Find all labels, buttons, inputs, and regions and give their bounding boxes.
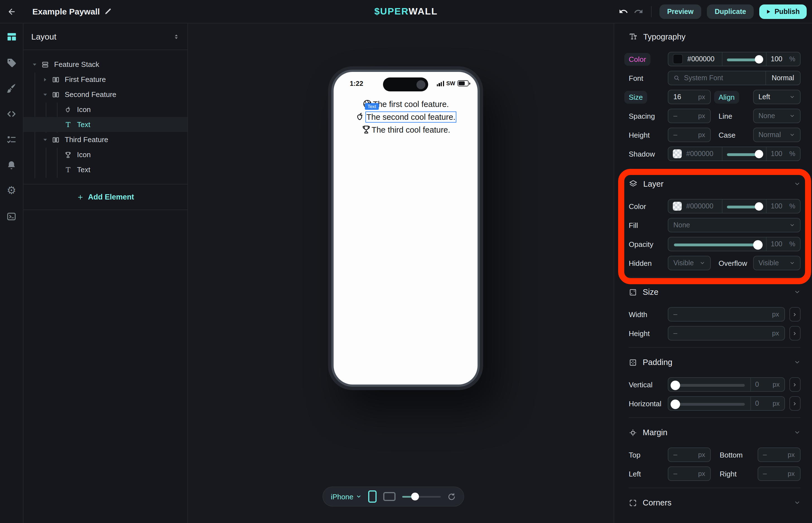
caret-down-icon[interactable] [42, 137, 48, 142]
shadow-swatch[interactable] [673, 149, 682, 158]
tree-row-feature-stack[interactable]: Feature Stack [23, 57, 187, 72]
margin-right-input[interactable]: –px [757, 466, 800, 481]
tree-row-first-feature[interactable]: First Feature [23, 72, 187, 87]
shadow-color-field[interactable]: #000000 [668, 147, 722, 161]
landscape-orientation-button[interactable] [383, 492, 396, 501]
line-height-input[interactable]: –px [668, 128, 711, 142]
settings-gear-icon[interactable]: ⚙ [6, 185, 17, 196]
font-search-input[interactable]: System Font [668, 71, 765, 85]
height-expand-button[interactable] [789, 326, 800, 341]
typography-color-opacity-slider[interactable] [722, 52, 766, 66]
selected-text-element[interactable]: Text The second cool feature. [365, 111, 456, 122]
margin-left-input[interactable]: –px [668, 466, 711, 481]
height-input[interactable]: –px [668, 326, 785, 341]
feature-text[interactable]: The third cool feature. [372, 125, 450, 134]
letter-spacing-input[interactable]: –px [668, 109, 711, 123]
code-icon[interactable] [6, 108, 17, 119]
collapse-chevron-icon[interactable] [794, 289, 800, 295]
tree-row-text[interactable]: T Text [23, 162, 187, 177]
padding-vertical-label: Vertical [629, 380, 668, 389]
layout-tab-icon[interactable] [6, 31, 17, 42]
feature-text[interactable]: The first cool feature. [373, 100, 449, 108]
width-expand-button[interactable] [789, 307, 800, 322]
padding-section: Padding Vertical 0px Horizontal 0px [629, 347, 800, 417]
tree-row-third-feature[interactable]: Third Feature [23, 132, 187, 147]
feature-row-2[interactable]: Text The second cool feature. [355, 111, 456, 123]
collapse-chevron-icon[interactable] [794, 359, 800, 365]
padding-vertical-expand-button[interactable] [789, 377, 800, 392]
tree-row-icon-trophy[interactable]: Icon [23, 147, 187, 162]
font-weight-select[interactable]: Normal [765, 71, 800, 85]
margin-icon [629, 428, 637, 437]
notifications-bell-icon[interactable] [6, 159, 17, 170]
caret-right-icon[interactable] [42, 77, 48, 82]
app: Example Paywall $UPERWALL Preview Duplic… [0, 0, 812, 523]
tree-label: First Feature [65, 75, 106, 84]
checklist-icon[interactable] [6, 134, 17, 145]
duplicate-button[interactable]: Duplicate [707, 4, 754, 19]
tree-row-second-feature[interactable]: Second Feature [23, 87, 187, 102]
font-size-input[interactable]: 16px [668, 90, 711, 104]
typography-color-hex-field[interactable]: #000000 [668, 52, 722, 66]
publish-button[interactable]: Publish [760, 4, 807, 19]
portrait-orientation-button[interactable] [368, 490, 377, 503]
superwall-logo: $UPERWALL [374, 6, 438, 17]
sort-icon[interactable] [173, 33, 180, 40]
padding-horizontal-expand-button[interactable] [789, 396, 800, 411]
opacity-value: 100 [771, 240, 782, 248]
size-chip[interactable]: Size [624, 91, 647, 103]
layer-color-opacity-slider[interactable] [722, 199, 766, 213]
case-select[interactable]: Normal [753, 128, 800, 142]
padding-horizontal-slider[interactable] [668, 397, 750, 411]
tree-row-icon-apple[interactable]: Icon [23, 102, 187, 117]
section-title: Typography [643, 32, 686, 41]
margin-bottom-input[interactable]: –px [757, 448, 800, 462]
products-tag-icon[interactable] [6, 57, 17, 68]
caret-down-icon[interactable] [32, 61, 37, 67]
tree-label: Icon [77, 150, 91, 159]
theme-brush-icon[interactable] [6, 83, 17, 94]
opacity-value: 100 [771, 55, 782, 63]
padding-vertical-slider[interactable] [668, 378, 750, 392]
line-select[interactable]: None [753, 109, 800, 123]
layer-opacity-slider[interactable] [668, 237, 766, 251]
refresh-button[interactable] [447, 492, 456, 501]
tree-row-text-selected[interactable]: T Text [23, 117, 187, 132]
device-select[interactable]: iPhone [331, 492, 362, 501]
typography-color-chip[interactable]: Color [624, 53, 651, 66]
align-chip[interactable]: Align [714, 91, 739, 103]
margin-top-input[interactable]: –px [668, 448, 711, 462]
trophy-icon [64, 150, 72, 159]
add-element-button[interactable]: Add Element [23, 184, 187, 210]
fill-select[interactable]: None [668, 218, 800, 232]
width-input[interactable]: –px [668, 307, 785, 322]
hidden-select[interactable]: Visible [668, 256, 711, 270]
feature-row-3[interactable]: The third cool feature. [361, 124, 450, 136]
layer-color-hex-field[interactable]: #000000 [668, 199, 722, 213]
align-select[interactable]: Left [753, 90, 800, 104]
preview-button[interactable]: Preview [659, 4, 702, 19]
collapse-chevron-icon[interactable] [794, 429, 800, 436]
color-swatch[interactable] [673, 54, 683, 64]
collapse-chevron-icon[interactable] [794, 181, 800, 187]
collapse-chevron-icon[interactable] [794, 499, 800, 506]
zoom-slider-knob[interactable] [411, 493, 419, 501]
canvas[interactable]: 1:22 SW The first cool feature. [189, 23, 614, 523]
redo-button[interactable] [634, 7, 643, 16]
layer-color-swatch[interactable] [673, 202, 682, 211]
carrier-label: SW [446, 80, 455, 86]
shadow-opacity-slider[interactable] [722, 147, 766, 161]
overflow-select[interactable]: Visible [753, 256, 800, 270]
edit-title-button[interactable] [104, 8, 111, 15]
undo-button[interactable] [619, 7, 628, 16]
status-bar: 1:22 SW [334, 77, 478, 92]
section-title: Padding [643, 358, 672, 367]
left-rail: ⚙ [0, 23, 23, 523]
feature-text[interactable]: The second cool feature. [366, 112, 455, 121]
terminal-icon[interactable] [6, 211, 17, 222]
back-button[interactable] [0, 0, 23, 23]
caret-down-icon[interactable] [42, 92, 48, 97]
layout-panel: Layout Feature Stack First Feature [23, 23, 188, 523]
paywall-screen[interactable]: 1:22 SW The first cool feature. [334, 72, 478, 384]
zoom-slider[interactable] [402, 493, 441, 501]
